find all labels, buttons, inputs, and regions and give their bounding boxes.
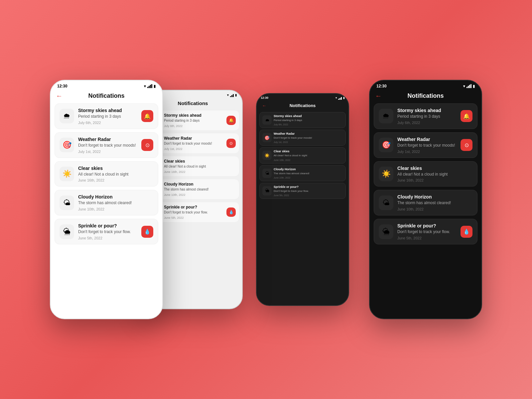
nb1-mid: Period starting in 3 days bbox=[164, 118, 224, 123]
notif-action-1[interactable]: 🔔 bbox=[141, 110, 153, 122]
sb2-db bbox=[339, 98, 340, 100]
back-button-light[interactable]: ← bbox=[56, 92, 63, 100]
sb-db bbox=[338, 96, 342, 100]
cloud-sun-icon: 🌤 bbox=[63, 199, 70, 207]
notif-card-3-db: ☀️ Clear skies All clear! Not a cloud in… bbox=[259, 147, 346, 163]
notif-list-db: 🌧 Stormy skies ahead Period starting in … bbox=[257, 112, 348, 199]
notif-content-5: Sprinkle or pour? Don't forget to track … bbox=[78, 223, 137, 240]
status-icons-dark: ▾ ▮ bbox=[463, 84, 475, 88]
signal-bars-dark bbox=[466, 84, 471, 88]
notif-content-3: Clear skies All clear! Not a cloud in si… bbox=[78, 166, 153, 183]
battery-icon-db: ▮ bbox=[343, 96, 344, 99]
nd1-db: July 6th, 2022 bbox=[274, 123, 343, 126]
na2-dark[interactable]: ⊙ bbox=[461, 139, 472, 151]
notif-card-2-db: 🎯 Weather Radar Don't forget to track yo… bbox=[259, 130, 346, 146]
notif-icon-wrapper-1: 🌧 bbox=[60, 109, 74, 123]
nc1-mid: Stormy skies ahead Period starting in 3 … bbox=[164, 113, 224, 128]
nw1-db: 🌧 bbox=[262, 115, 272, 125]
na1-dark[interactable]: 🔔 bbox=[461, 110, 472, 122]
phones-container: 12:30 ▾ ▮ ← Notifications 🌧 bbox=[50, 80, 482, 319]
nd1-dark: July 6th, 2022 bbox=[397, 121, 457, 125]
nb1-dark: Period starting in 3 days bbox=[397, 114, 457, 119]
notif-card-1-dark: 🌧 Stormy skies ahead Period starting in … bbox=[374, 103, 477, 129]
signal-bars-mid bbox=[230, 93, 234, 97]
notif-content-1: Stormy skies ahead Period starting in 3 … bbox=[78, 108, 137, 125]
notif-date-5: June 5th, 2022 bbox=[78, 236, 137, 240]
notif-date-2: July 1st, 2022 bbox=[78, 150, 137, 154]
nd2-mid: July 1st, 2022 bbox=[164, 147, 224, 151]
nb3-mid: All clear! Not a cloud in sight bbox=[164, 164, 236, 169]
notif-card-5-dark: 🌦 Sprinkle or pour? Don't forget to trac… bbox=[374, 219, 477, 244]
sb1-db bbox=[338, 99, 339, 100]
notif-action-2[interactable]: ⊙ bbox=[141, 139, 153, 151]
nc3-mid: Clear skies All clear! Not a cloud in si… bbox=[164, 159, 236, 174]
na1-mid[interactable]: 🔔 bbox=[226, 116, 236, 125]
signal-bars bbox=[147, 84, 152, 88]
cloudsun-icon-dark: 🌤 bbox=[382, 199, 390, 207]
nd3-db: June 16th, 2022 bbox=[274, 159, 343, 161]
nc4-mid: Cloudy Horizon The storm has almost clea… bbox=[164, 182, 236, 197]
nw4-db: 🌤 bbox=[262, 169, 272, 178]
sprinkle-icon-dark: 🌦 bbox=[382, 227, 390, 236]
sun-icon: ☀️ bbox=[63, 170, 71, 178]
notif-title-5: Sprinkle or pour? bbox=[78, 223, 137, 228]
nd2-dark: July 1st, 2022 bbox=[397, 150, 457, 154]
nt4-dark: Cloudy Horizon bbox=[397, 194, 472, 200]
nc2-mid: Weather Radar Don't forget to track your… bbox=[164, 136, 224, 151]
notif-card-1-db: 🌧 Stormy skies ahead Period starting in … bbox=[259, 112, 346, 128]
notif-card-4-db: 🌤 Cloudy Horizon The storm has almost cl… bbox=[259, 165, 346, 181]
status-icons-light: ▾ ▮ bbox=[144, 84, 156, 88]
status-bar-dark: 12:30 ▾ ▮ bbox=[370, 80, 481, 90]
nb3-db: All clear! Not a cloud in sight bbox=[274, 154, 343, 157]
wifi-icon-dark: ▾ bbox=[463, 84, 465, 88]
sb3-mid bbox=[233, 94, 234, 97]
top-bar-light: ← Notifications bbox=[51, 90, 162, 103]
cloud-rain-icon-dark: 🌧 bbox=[382, 112, 390, 120]
top-bar-dark: ← Notifications bbox=[370, 90, 481, 103]
back-button-dark[interactable]: ← bbox=[375, 92, 382, 100]
nw1-dark: 🌧 bbox=[379, 109, 393, 123]
nc5-dark: Sprinkle or pour? Don't forget to track … bbox=[397, 223, 457, 240]
nb5-db: Don't forget to track your flow. bbox=[274, 189, 343, 193]
time-dark-behind: 12:30 bbox=[261, 96, 268, 99]
top-bar-db: ← Notifications bbox=[257, 100, 348, 112]
radar-icon: 🎯 bbox=[63, 141, 71, 149]
nb2-dark: Don't forget to track your moods! bbox=[397, 143, 457, 148]
nt4-db: Cloudy Horizon bbox=[274, 168, 343, 171]
nb4-mid: The storm has almost cleared! bbox=[164, 187, 236, 192]
back-button-db[interactable]: ← bbox=[262, 103, 266, 108]
radar-icon-db: 🎯 bbox=[264, 135, 270, 140]
nt2-dark: Weather Radar bbox=[397, 137, 457, 142]
nt1-mid: Stormy skies ahead bbox=[164, 113, 224, 118]
notif-action-5[interactable]: 💧 bbox=[141, 226, 153, 238]
na2-mid[interactable]: ⊙ bbox=[226, 139, 236, 148]
nd2-db: July 1st, 2022 bbox=[274, 141, 343, 143]
nb1-db: Period starting in 3 days bbox=[274, 118, 343, 122]
na5-mid[interactable]: 💧 bbox=[226, 207, 236, 217]
nc2-db: Weather Radar Don't forget to track your… bbox=[274, 132, 343, 143]
nd1-mid: July 6th, 2022 bbox=[164, 124, 224, 128]
signal-bar-3 bbox=[150, 85, 151, 88]
nc5-db: Sprinkle or pour? Don't forget to track … bbox=[274, 185, 343, 197]
nt1-dark: Stormy skies ahead bbox=[397, 108, 457, 113]
notif-icon-wrapper-3: ☀️ bbox=[60, 167, 74, 181]
nc1-dark: Stormy skies ahead Period starting in 3 … bbox=[397, 108, 457, 125]
nd4-db: June 10th, 2022 bbox=[274, 177, 343, 179]
signal-bar-2 bbox=[149, 86, 150, 88]
nb3-dark: All clear! Not a cloud in sight bbox=[397, 172, 472, 177]
status-icons-mid: ▾ ▮ bbox=[227, 93, 237, 97]
nc2-dark: Weather Radar Don't forget to track your… bbox=[397, 137, 457, 154]
notif-body-5: Don't forget to track your flow. bbox=[78, 229, 137, 235]
nw3-db: ☀️ bbox=[262, 151, 272, 160]
notif-title-1: Stormy skies ahead bbox=[78, 108, 137, 113]
nd4-dark: June 10th, 2022 bbox=[397, 207, 472, 211]
sb3-dark bbox=[469, 85, 470, 88]
notif-title-4: Cloudy Horizon bbox=[78, 194, 153, 200]
sun-icon-dark: ☀️ bbox=[382, 170, 391, 178]
nt4-mid: Cloudy Horizon bbox=[164, 182, 236, 187]
notif-body-4: The storm has almost cleared! bbox=[78, 200, 153, 206]
status-icons-db: ▾ ▮ bbox=[335, 96, 344, 100]
na5-dark[interactable]: 💧 bbox=[461, 226, 472, 238]
notif-icon-wrapper-5: 🌦 bbox=[60, 224, 74, 239]
sprinkle-icon-db: 🌦 bbox=[265, 188, 269, 193]
